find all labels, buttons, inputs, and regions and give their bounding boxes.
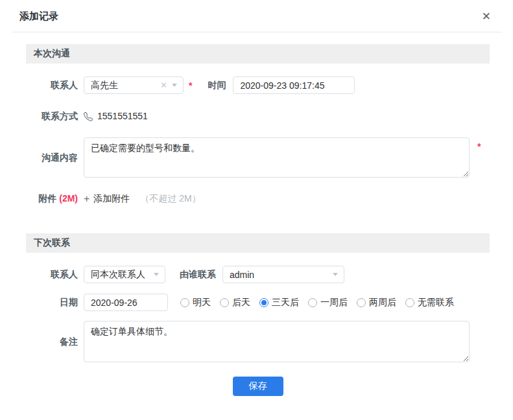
dialog-header: 添加记录 ✕ — [12, 0, 501, 32]
radio-icon — [357, 298, 366, 307]
row-contact-time: 联系人 高先生 ✕ * 时间 — [26, 76, 490, 95]
radio-label: 两周后 — [369, 294, 396, 311]
attachment-limit: (2M) — [59, 193, 78, 204]
row-communication-content: 沟通内容 已确定需要的型号和数量。 * — [26, 137, 490, 178]
contact-label: 联系人 — [26, 76, 78, 94]
next-contact-select[interactable]: 同本次联系人 — [84, 266, 165, 283]
radio-option-in-three-days[interactable]: 三天后 — [259, 294, 299, 311]
time-input[interactable] — [233, 76, 355, 94]
dialog-body: 本次沟通 联系人 高先生 ✕ * 时间 联系方式 1551551551 — [0, 32, 513, 396]
assignee-select-value: admin — [230, 270, 333, 280]
phone-value-wrap: 1551551551 — [84, 108, 148, 125]
radio-label: 三天后 — [272, 294, 299, 311]
communication-content-textarea[interactable]: 已确定需要的型号和数量。 — [84, 137, 470, 178]
radio-label: 明天 — [193, 294, 211, 311]
chevron-down-icon — [154, 273, 159, 276]
date-input[interactable] — [84, 294, 168, 311]
attachment-label-text: 附件 — [38, 193, 56, 204]
phone-label: 联系方式 — [26, 108, 78, 125]
contact-select[interactable]: 高先生 ✕ — [84, 76, 184, 94]
next-contact-select-value: 同本次联系人 — [91, 269, 154, 281]
time-label: 时间 — [208, 76, 226, 94]
radio-option-no-contact[interactable]: 无需联系 — [405, 294, 454, 311]
assignee-select[interactable]: admin — [222, 266, 344, 283]
next-contact-label: 联系人 — [26, 266, 78, 283]
radio-label: 一周后 — [320, 294, 348, 311]
radio-label: 无需联系 — [418, 294, 454, 311]
radio-option-in-one-week[interactable]: 一周后 — [308, 294, 348, 311]
assignee-label: 由谁联系 — [180, 266, 216, 283]
radio-option-tomorrow[interactable]: 明天 — [180, 294, 211, 311]
radio-icon — [405, 298, 414, 307]
date-label: 日期 — [26, 294, 78, 311]
radio-option-in-two-weeks[interactable]: 两周后 — [357, 294, 396, 311]
radio-icon — [259, 298, 268, 307]
radio-icon — [308, 298, 317, 307]
dialog-footer: 保存 — [26, 377, 490, 396]
phone-icon — [84, 112, 93, 121]
clear-icon[interactable]: ✕ — [160, 81, 167, 89]
row-next-contact: 联系人 同本次联系人 由谁联系 admin — [26, 266, 490, 283]
save-button[interactable]: 保存 — [233, 377, 283, 396]
content-label: 沟通内容 — [26, 137, 78, 178]
contact-select-value: 高先生 — [91, 80, 156, 91]
chevron-down-icon — [172, 84, 177, 87]
add-attachment-label: 添加附件 — [93, 190, 130, 207]
required-asterisk: * — [189, 76, 192, 95]
add-attachment-button[interactable]: + 添加附件 — [84, 190, 130, 207]
note-label: 备注 — [26, 321, 78, 362]
dialog-title: 添加记录 — [19, 10, 58, 23]
note-textarea[interactable]: 确定订单具体细节。 — [84, 321, 470, 362]
radio-label: 后天 — [232, 294, 250, 311]
required-asterisk: * — [477, 137, 481, 156]
section-header-current-communication: 本次沟通 — [26, 44, 490, 64]
row-date: 日期 明天 后天 三天后 一周后 — [26, 294, 490, 311]
row-phone: 联系方式 1551551551 — [26, 108, 490, 125]
section-header-next-contact: 下次联系 — [26, 233, 490, 253]
chevron-down-icon — [333, 273, 338, 276]
close-icon[interactable]: ✕ — [479, 10, 494, 23]
row-note: 备注 确定订单具体细节。 — [26, 321, 490, 362]
attachment-hint: （不超过 2M） — [140, 190, 200, 207]
attachment-label: 附件 (2M) — [26, 190, 78, 207]
phone-value: 1551551551 — [97, 108, 148, 125]
add-record-dialog: 添加记录 ✕ 本次沟通 联系人 高先生 ✕ * 时间 联系方式 15515515… — [0, 0, 513, 396]
date-quick-options: 明天 后天 三天后 一周后 两周后 — [180, 294, 454, 311]
radio-icon — [220, 298, 229, 307]
radio-option-day-after-tomorrow[interactable]: 后天 — [220, 294, 250, 311]
row-attachment: 附件 (2M) + 添加附件 （不超过 2M） — [26, 190, 490, 207]
plus-icon: + — [84, 190, 89, 207]
radio-icon — [180, 298, 189, 307]
